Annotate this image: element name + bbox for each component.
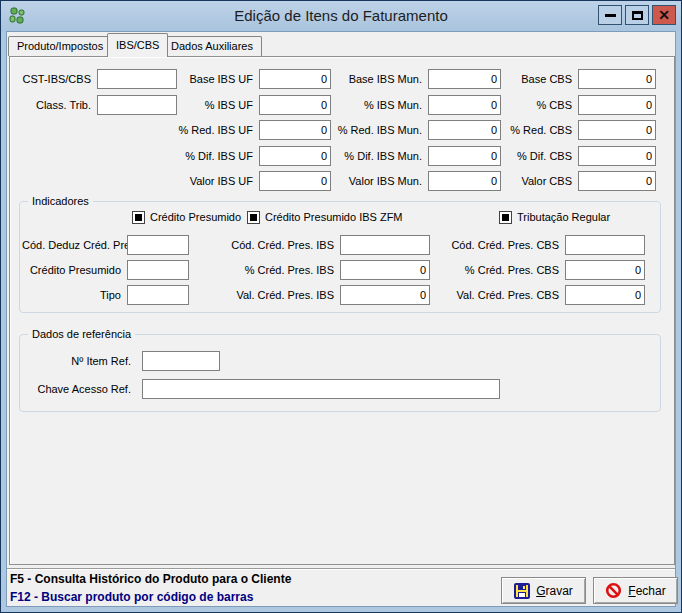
tax-row-valor: Valor IBS UF Valor IBS Mun. Valor CBS bbox=[9, 171, 656, 191]
pct-dif-cbs-input[interactable] bbox=[578, 146, 656, 166]
gravar-button[interactable]: Gravar bbox=[501, 577, 586, 604]
valor-ibs-uf-label: Valor IBS UF bbox=[177, 171, 259, 191]
tab-dados-auxiliares[interactable]: Dados Auxiliares bbox=[162, 36, 262, 56]
cod-cred-pres-cbs-input[interactable] bbox=[565, 235, 645, 255]
pct-ibs-mun-input[interactable] bbox=[428, 95, 501, 115]
pct-cred-pres-cbs-label: % Créd. Pres. CBS bbox=[430, 260, 565, 280]
pct-dif-cbs-label: % Dif. CBS bbox=[501, 146, 578, 166]
valor-cbs-input[interactable] bbox=[578, 171, 656, 191]
tipo-input[interactable] bbox=[127, 285, 189, 305]
checkbox-credito-presumido-ibs-zfm-label: Crédito Presumido IBS ZFM bbox=[265, 211, 403, 223]
pct-dif-ibs-mun-input[interactable] bbox=[428, 146, 501, 166]
base-ibs-uf-input[interactable] bbox=[259, 69, 331, 89]
base-ibs-mun-input[interactable] bbox=[428, 69, 501, 89]
cod-cred-pres-ibs-label: Cód. Créd. Pres. IBS bbox=[189, 235, 340, 255]
val-cred-pres-ibs-label: Val. Créd. Pres. IBS bbox=[189, 285, 340, 305]
item-ref-label: Nº Item Ref. bbox=[20, 351, 137, 371]
footer-separator bbox=[7, 568, 675, 570]
pct-red-ibs-mun-label: % Red. IBS Mun. bbox=[331, 120, 428, 140]
cod-deduz-cred-pres-input[interactable] bbox=[127, 235, 189, 255]
checkbox-credito-presumido-label: Crédito Presumido bbox=[150, 211, 241, 223]
tax-row-percent: Class. Trib. % IBS UF % IBS Mun. % CBS bbox=[9, 95, 656, 115]
pct-ibs-mun-label: % IBS Mun. bbox=[331, 95, 428, 115]
class-trib-label: Class. Trib. bbox=[9, 95, 97, 115]
valor-ibs-uf-input[interactable] bbox=[259, 171, 331, 191]
valor-ibs-mun-input[interactable] bbox=[428, 171, 501, 191]
tax-row-red: % Red. IBS UF % Red. IBS Mun. % Red. CBS bbox=[9, 120, 656, 140]
chave-acesso-ref-label: Chave Acesso Ref. bbox=[20, 379, 137, 399]
checkbox-credito-presumido-ibs-zfm[interactable]: Crédito Presumido IBS ZFM bbox=[247, 210, 403, 224]
tax-row-base: CST-IBS/CBS Base IBS UF Base IBS Mun. Ba… bbox=[9, 69, 656, 89]
class-trib-input[interactable] bbox=[97, 95, 177, 115]
pct-red-ibs-mun-input[interactable] bbox=[428, 120, 501, 140]
pct-dif-ibs-mun-label: % Dif. IBS Mun. bbox=[331, 146, 428, 166]
pct-red-cbs-label: % Red. CBS bbox=[501, 120, 578, 140]
indicadores-row-val: Tipo Val. Créd. Pres. IBS Val. Créd. Pre… bbox=[22, 285, 647, 305]
fechar-button[interactable]: Fechar bbox=[593, 577, 678, 604]
hint-f12: F12 - Buscar produto por código de barra… bbox=[10, 590, 253, 604]
app-window: Edição de Itens do Faturamento ✕ Produto… bbox=[0, 0, 682, 613]
tab-ibs-cbs[interactable]: IBS/CBS bbox=[107, 33, 168, 57]
tab-produto-impostos[interactable]: Produto/Impostos bbox=[8, 36, 112, 56]
val-cred-pres-cbs-label: Val. Créd. Pres. CBS bbox=[430, 285, 565, 305]
base-ibs-mun-label: Base IBS Mun. bbox=[331, 69, 428, 89]
cst-ibs-cbs-label: CST-IBS/CBS bbox=[9, 69, 97, 89]
cst-ibs-cbs-input[interactable] bbox=[97, 69, 177, 89]
indicadores-row-cod: Cód. Deduz Créd. Pres. Cód. Créd. Pres. … bbox=[22, 235, 647, 255]
pct-cred-pres-ibs-input[interactable] bbox=[340, 260, 430, 280]
no-entry-icon bbox=[605, 582, 622, 599]
base-cbs-label: Base CBS bbox=[501, 69, 578, 89]
checkbox-filled-icon bbox=[499, 211, 512, 224]
referencia-group: Dados de referência Nº Item Ref. Chave A… bbox=[19, 334, 661, 412]
credito-presumido-label: Crédito Presumido bbox=[22, 260, 127, 280]
pct-dif-ibs-uf-input[interactable] bbox=[259, 146, 331, 166]
val-cred-pres-ibs-input[interactable] bbox=[340, 285, 430, 305]
hint-f5: F5 - Consulta Histórico do Produto para … bbox=[10, 572, 291, 586]
floppy-disk-icon bbox=[514, 583, 530, 599]
indicadores-group: Indicadores Crédito Presumido Crédito Pr… bbox=[19, 201, 661, 313]
val-cred-pres-cbs-input[interactable] bbox=[565, 285, 645, 305]
cod-deduz-cred-pres-label: Cód. Deduz Créd. Pres. bbox=[22, 235, 127, 255]
pct-cbs-label: % CBS bbox=[501, 95, 578, 115]
pct-cred-pres-cbs-input[interactable] bbox=[565, 260, 645, 280]
pct-ibs-uf-label: % IBS UF bbox=[177, 95, 259, 115]
checkbox-tributacao-regular[interactable]: Tributação Regular bbox=[499, 210, 610, 224]
credito-presumido-input[interactable] bbox=[127, 260, 189, 280]
tipo-label: Tipo bbox=[22, 285, 127, 305]
checkbox-filled-icon bbox=[247, 211, 260, 224]
gravar-label: Gravar bbox=[536, 584, 573, 598]
checkbox-credito-presumido[interactable]: Crédito Presumido bbox=[132, 210, 241, 224]
pct-cred-pres-ibs-label: % Créd. Pres. IBS bbox=[189, 260, 340, 280]
pct-red-ibs-uf-input[interactable] bbox=[259, 120, 331, 140]
pct-red-cbs-input[interactable] bbox=[578, 120, 656, 140]
cod-cred-pres-cbs-label: Cód. Créd. Pres. CBS bbox=[430, 235, 565, 255]
base-cbs-input[interactable] bbox=[578, 69, 656, 89]
pct-ibs-uf-input[interactable] bbox=[259, 95, 331, 115]
chave-acesso-ref-input[interactable] bbox=[142, 379, 500, 399]
checkbox-tributacao-regular-label: Tributação Regular bbox=[517, 211, 610, 223]
indicadores-row-pct: Crédito Presumido % Créd. Pres. IBS % Cr… bbox=[22, 260, 647, 280]
pct-red-ibs-uf-label: % Red. IBS UF bbox=[177, 120, 259, 140]
valor-ibs-mun-label: Valor IBS Mun. bbox=[331, 171, 428, 191]
pct-dif-ibs-uf-label: % Dif. IBS UF bbox=[177, 146, 259, 166]
valor-cbs-label: Valor CBS bbox=[501, 171, 578, 191]
base-ibs-uf-label: Base IBS UF bbox=[177, 69, 259, 89]
pct-cbs-input[interactable] bbox=[578, 95, 656, 115]
tax-row-dif: % Dif. IBS UF % Dif. IBS Mun. % Dif. CBS bbox=[9, 146, 656, 166]
cod-cred-pres-ibs-input[interactable] bbox=[340, 235, 430, 255]
checkbox-filled-icon bbox=[132, 211, 145, 224]
referencia-title: Dados de referência bbox=[28, 327, 135, 341]
item-ref-input[interactable] bbox=[142, 351, 220, 371]
fechar-label: Fechar bbox=[628, 584, 665, 598]
indicadores-title: Indicadores bbox=[28, 194, 93, 208]
